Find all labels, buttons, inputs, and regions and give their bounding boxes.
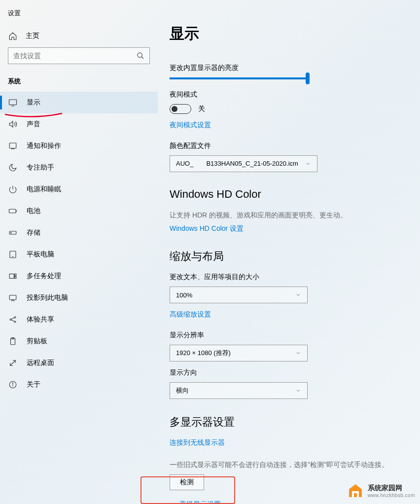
scale-value: 100% — [176, 291, 192, 299]
search-icon — [137, 52, 144, 60]
night-mode-toggle[interactable] — [170, 104, 191, 114]
color-profile-label: 颜色配置文件 — [170, 142, 420, 150]
scale-heading: 缩放与布局 — [170, 249, 420, 264]
multi-display-heading: 多显示器设置 — [170, 415, 420, 430]
storage-icon — [8, 228, 18, 237]
sidebar-item-multitask[interactable]: 多任务处理 — [0, 265, 158, 287]
chevron-down-icon — [295, 388, 301, 394]
sidebar-item-shared[interactable]: 体验共享 — [0, 309, 158, 330]
sidebar-item-notifications[interactable]: 通知和操作 — [0, 135, 158, 157]
sound-icon — [8, 120, 18, 129]
svg-line-20 — [11, 318, 14, 319]
watermark-title: 系统家园网 — [368, 484, 415, 493]
sidebar-item-label: 显示 — [27, 98, 40, 107]
night-mode-settings-link[interactable]: 夜间模式设置 — [170, 121, 420, 130]
brightness-label: 更改内置显示器的亮度 — [170, 64, 420, 72]
svg-rect-16 — [9, 295, 16, 300]
color-profile-select[interactable]: AUO_ B133HAN05_C_21-05-2020.icm — [170, 155, 317, 172]
project-icon — [8, 293, 18, 302]
sidebar-item-label: 关于 — [27, 380, 40, 389]
svg-point-27 — [12, 383, 13, 383]
toggle-state: 关 — [198, 105, 205, 113]
search-input[interactable] — [13, 52, 137, 60]
chevron-down-icon — [295, 292, 301, 298]
sidebar-item-label: 平板电脑 — [27, 250, 54, 259]
section-label: 系统 — [0, 73, 158, 92]
battery-icon — [8, 207, 18, 216]
home-button[interactable]: 主页 — [0, 27, 158, 47]
svg-point-17 — [10, 319, 11, 321]
chevron-down-icon — [295, 350, 301, 356]
sidebar-item-battery[interactable]: 电池 — [0, 200, 158, 222]
svg-point-18 — [14, 317, 16, 318]
svg-line-24 — [10, 360, 16, 366]
remote-icon — [8, 359, 18, 367]
power-icon — [8, 185, 18, 194]
multi-desc: 一些旧式显示器可能不会进行自动连接，选择"检测"即可尝试手动连接。 — [170, 459, 420, 470]
hd-color-heading: Windows HD Color — [170, 188, 420, 201]
svg-rect-14 — [15, 274, 16, 276]
scale-label: 更改文本、应用等项目的大小 — [170, 273, 420, 282]
main-content: 显示 更改内置显示器的亮度 夜间模式 关 夜间模式设置 颜色配置文件 AUO_ … — [158, 0, 420, 504]
sidebar-item-label: 声音 — [27, 120, 40, 129]
svg-rect-5 — [9, 143, 16, 148]
resolution-value: 1920 × 1080 (推荐) — [176, 349, 231, 358]
slider-thumb[interactable] — [306, 72, 310, 84]
sidebar-item-remote[interactable]: 远程桌面 — [0, 352, 158, 374]
svg-line-1 — [141, 57, 143, 59]
watermark: 系统家园网 www.hnzkhbsb.com — [347, 482, 415, 499]
clipboard-icon — [8, 337, 18, 346]
sidebar-item-power[interactable]: 电源和睡眠 — [0, 179, 158, 200]
wireless-display-link[interactable]: 连接到无线显示器 — [170, 438, 420, 447]
sidebar: 设置 主页 系统 显示声音通知和操作专注助手电源和睡眠电池存储平板电脑多任务处理… — [0, 0, 158, 504]
svg-marker-4 — [9, 121, 13, 127]
hd-color-settings-link[interactable]: Windows HD Color 设置 — [170, 224, 420, 233]
adv-display-link[interactable]: 高级显示设置 — [170, 500, 420, 504]
svg-line-21 — [11, 320, 14, 322]
sidebar-item-focus[interactable]: 专注助手 — [0, 157, 158, 179]
focus-icon — [8, 163, 18, 172]
sidebar-item-about[interactable]: 关于 — [0, 374, 158, 396]
svg-point-19 — [14, 321, 16, 323]
svg-point-0 — [138, 53, 142, 57]
about-icon — [8, 380, 18, 389]
svg-rect-7 — [9, 209, 16, 213]
color-profile-value: AUO_ B133HAN05_C_21-05-2020.icm — [176, 159, 298, 168]
hd-color-desc: 让支持 HDR 的视频、游戏和应用的画面更明亮、更生动。 — [170, 210, 420, 220]
sidebar-item-label: 投影到此电脑 — [27, 293, 68, 302]
sidebar-item-label: 多任务处理 — [27, 272, 61, 281]
night-mode-label: 夜间模式 — [170, 90, 420, 99]
home-icon — [8, 32, 18, 40]
app-title: 设置 — [0, 6, 158, 27]
chevron-down-icon — [305, 161, 311, 167]
sidebar-item-project[interactable]: 投影到此电脑 — [0, 287, 158, 309]
sidebar-item-label: 电源和睡眠 — [27, 185, 61, 194]
sidebar-item-label: 体验共享 — [27, 315, 54, 324]
adv-scale-link[interactable]: 高级缩放设置 — [170, 310, 420, 319]
watermark-url: www.hnzkhbsb.com — [368, 493, 415, 498]
sidebar-item-tablet[interactable]: 平板电脑 — [0, 244, 158, 265]
watermark-logo-icon — [347, 482, 364, 499]
page-title: 显示 — [170, 24, 420, 44]
display-icon — [8, 98, 18, 107]
orientation-label: 显示方向 — [170, 368, 420, 377]
sidebar-item-label: 存储 — [27, 228, 40, 237]
orientation-select[interactable]: 横向 — [170, 382, 308, 399]
svg-point-10 — [11, 232, 12, 233]
svg-rect-29 — [354, 493, 357, 497]
sidebar-item-display[interactable]: 显示 — [0, 92, 158, 113]
svg-rect-13 — [9, 274, 14, 279]
multitask-icon — [8, 272, 18, 281]
brightness-slider[interactable] — [170, 77, 308, 79]
resolution-select[interactable]: 1920 × 1080 (推荐) — [170, 345, 308, 361]
sidebar-item-storage[interactable]: 存储 — [0, 222, 158, 244]
sidebar-item-sound[interactable]: 声音 — [0, 113, 158, 135]
search-input-wrap[interactable] — [8, 47, 150, 64]
sidebar-item-clipboard[interactable]: 剪贴板 — [0, 330, 158, 352]
sidebar-item-label: 专注助手 — [27, 163, 54, 172]
scale-select[interactable]: 100% — [170, 287, 308, 303]
shared-icon — [8, 315, 18, 324]
sidebar-item-label: 剪贴板 — [27, 337, 47, 346]
detect-button[interactable]: 检测 — [170, 474, 204, 490]
svg-rect-2 — [9, 100, 17, 105]
